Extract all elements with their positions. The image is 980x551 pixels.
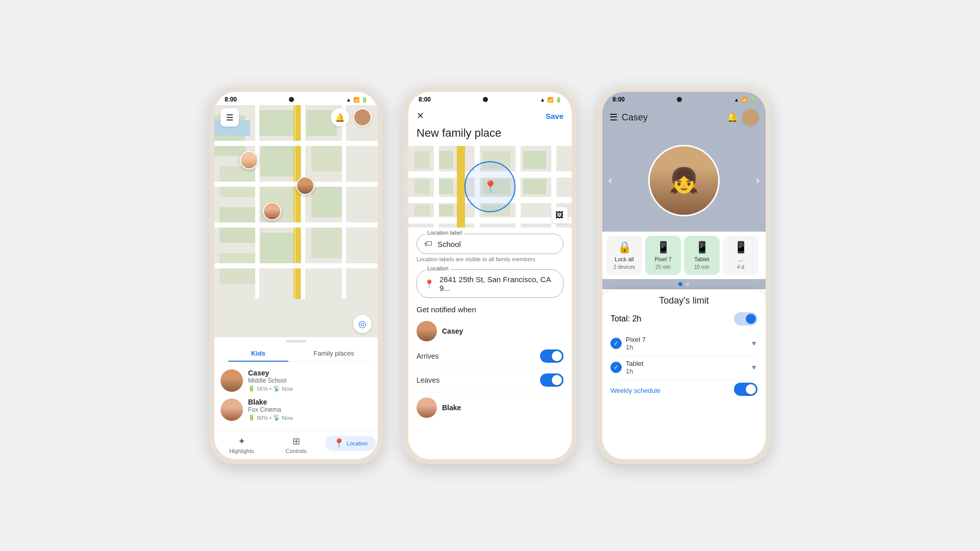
profile-next-arrow[interactable]: ›: [756, 174, 760, 187]
arrives-label: Arrives: [416, 352, 439, 360]
location-label-text: Location label: [425, 230, 464, 236]
person-face-1: [241, 152, 257, 168]
menu-icon: ☰: [226, 113, 233, 122]
tablet-row-val: 1h: [626, 367, 746, 375]
close-button[interactable]: ✕: [416, 110, 424, 121]
total-toggle[interactable]: [734, 312, 757, 325]
svg-rect-32: [457, 146, 465, 228]
status-icons-1: ▲ 📶 🔋: [346, 97, 368, 103]
nav-controls[interactable]: ⊞ Controls: [269, 433, 324, 455]
location-hint: Location labels are visible to all famil…: [408, 254, 572, 262]
hamburger-button[interactable]: ☰: [609, 112, 618, 123]
svg-rect-40: [523, 179, 546, 194]
bell-button-3[interactable]: 🔔: [727, 112, 738, 123]
device-row-pixel7: ✓ Pixel 7 1h ▼: [610, 332, 757, 356]
pixel7-row-name: Pixel 7: [626, 336, 746, 343]
notification-button[interactable]: 🔔: [331, 108, 349, 127]
map-pin-person3[interactable]: [263, 202, 281, 220]
svg-rect-33: [414, 151, 430, 169]
casey-location: Middle School: [248, 377, 372, 384]
lock-all-name: Lock all: [615, 256, 633, 262]
kid-item-blake[interactable]: Blake Fox Cinema 🔋 80% • 📡 Now: [220, 395, 372, 424]
status-time-3: 8:00: [612, 96, 625, 103]
pixel7-chevron[interactable]: ▼: [750, 339, 757, 347]
bottom-panel: Kids Family places Casey Middle School 🔋…: [214, 337, 378, 459]
nav-location[interactable]: 📍 Location: [323, 433, 378, 455]
casey-face: [220, 369, 243, 392]
device-card-lockall[interactable]: 🔒 Lock all 2 devices: [606, 236, 642, 275]
svg-rect-12: [311, 228, 342, 258]
blake-name: Blake: [248, 398, 372, 406]
location-label-field[interactable]: Location label 🏷 School: [416, 234, 564, 254]
svg-rect-17: [214, 222, 378, 228]
blake-face: [220, 398, 243, 421]
person-face-3: [264, 203, 280, 219]
profile-prev-arrow[interactable]: ‹: [608, 174, 612, 187]
save-button[interactable]: Save: [546, 112, 564, 120]
map-area: ☰ 🔔: [214, 105, 378, 337]
map-pin-person1[interactable]: [240, 151, 258, 169]
person-face-2: [297, 178, 313, 194]
blake-status: 🔋 80% • 📡 Now: [248, 414, 372, 421]
casey-avatar: [220, 369, 243, 392]
today-limit-sheet: Today's limit Total: 2h ✓ Pixel 7 1h ▼ ✓…: [602, 289, 766, 459]
device-card-pixel7[interactable]: 📱 Pixel 7 25 min: [645, 236, 681, 275]
svg-rect-14: [295, 105, 296, 299]
tablet-row-name: Tablet: [626, 360, 746, 367]
location-icon: 📍: [333, 438, 345, 449]
location-field-label: Location: [425, 265, 451, 271]
svg-rect-41: [414, 205, 430, 216]
photo-button[interactable]: 🖼: [551, 207, 568, 223]
leaves-toggle[interactable]: [540, 373, 564, 387]
status-bar-2: 8:00 ▲ 📶 🔋: [408, 92, 572, 105]
signal-icon-2: 📡: [273, 414, 280, 421]
weekly-schedule-link[interactable]: Weekly schedule: [610, 382, 660, 396]
more-device-name: ...: [738, 256, 743, 262]
casey-status: 🔋 56% • 📡 Now: [248, 385, 372, 392]
signal-icon: 📡: [273, 385, 280, 392]
status-time-2: 8:00: [419, 96, 431, 103]
leaves-label: Leaves: [416, 376, 439, 384]
blake-notify-avatar: [416, 397, 437, 418]
drag-handle[interactable]: [286, 340, 306, 342]
svg-rect-21: [342, 105, 346, 299]
map-header: ☰ 🔔: [214, 105, 378, 130]
menu-button[interactable]: ☰: [220, 108, 239, 127]
camera-notch-1: [289, 97, 294, 102]
status-icons-2: ▲ 📶 🔋: [540, 97, 561, 103]
phone-2: 8:00 ▲ 📶 🔋 ✕ Save New family place: [403, 87, 577, 464]
weekly-toggle[interactable]: [734, 383, 757, 396]
svg-rect-38: [439, 179, 453, 194]
profile-large-image: 👧: [648, 145, 720, 216]
dot-1: [678, 282, 682, 286]
pixel7-icon: 📱: [656, 241, 670, 254]
svg-rect-34: [439, 151, 453, 169]
lock-all-icon: 🔒: [618, 241, 631, 254]
device-card-more[interactable]: 📱 ... 4 d: [723, 236, 758, 275]
svg-rect-30: [516, 146, 521, 228]
map-svg: [214, 105, 378, 337]
kid-item-casey[interactable]: Casey Middle School 🔋 56% • 📡 Now: [220, 366, 372, 395]
casey-notify-avatar: [416, 321, 437, 341]
tab-kids[interactable]: Kids: [220, 344, 296, 361]
total-row: Total: 2h: [610, 312, 757, 325]
kids-list: Casey Middle School 🔋 56% • 📡 Now: [214, 362, 378, 430]
profile-button[interactable]: [353, 108, 372, 127]
tablet-chevron[interactable]: ▼: [750, 363, 757, 371]
tablet-name: Tablet: [694, 256, 709, 262]
location-field[interactable]: Location 📍 2641 25th St, San Francisco, …: [416, 269, 564, 298]
locate-icon: ◎: [358, 318, 366, 330]
map-pin-person2[interactable]: [296, 177, 314, 195]
controls-icon: ⊞: [292, 436, 300, 447]
header-right: 🔔: [331, 108, 372, 127]
phone-3: 8:00 ▲ 📶 🔋 ☰ Casey 🔔 ‹ 👧 ›: [597, 87, 771, 464]
nav-highlights[interactable]: ✦ Highlights: [214, 433, 269, 455]
status-bar-3: 8:00 ▲ 📶 🔋: [602, 92, 766, 105]
arrives-toggle[interactable]: [540, 349, 564, 363]
locate-button[interactable]: ◎: [353, 315, 372, 333]
profile-btn-3[interactable]: [742, 109, 758, 126]
phone2-content: ✕ Save New family place: [408, 105, 572, 459]
status-time-1: 8:00: [225, 96, 237, 103]
tab-family-places[interactable]: Family places: [296, 344, 372, 361]
device-card-tablet[interactable]: 📱 Tablet 10 min: [684, 236, 720, 275]
